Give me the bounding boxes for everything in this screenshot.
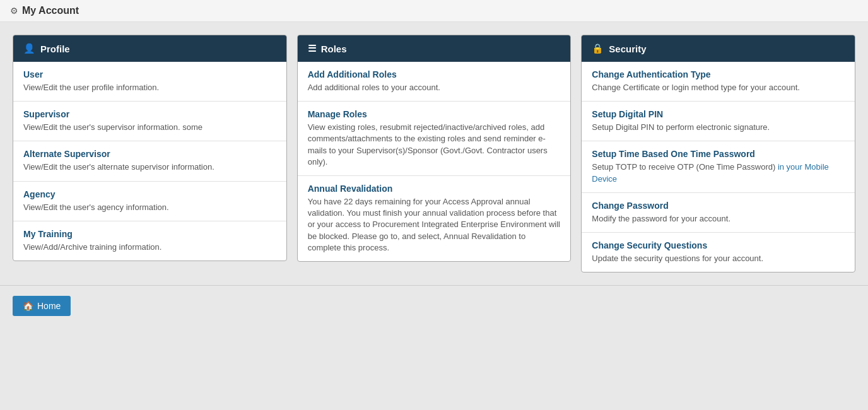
security-totp-item[interactable]: Setup Time Based One Time Password Setup… <box>582 141 855 192</box>
profile-alt-supervisor-desc: View/Edit the user's alternate superviso… <box>23 161 276 173</box>
profile-supervisor-desc: View/Edit the user's supervisor informat… <box>23 122 276 133</box>
profile-header-icon: 👤 <box>23 43 35 54</box>
cards-container: 👤 Profile User View/Edit the user profil… <box>0 22 868 285</box>
security-totp-desc: Setup TOTP to receive OTP (One Time Pass… <box>592 161 845 184</box>
roles-revalidation-title: Annual Revalidation <box>308 184 561 194</box>
profile-user-desc: View/Edit the user profile information. <box>23 82 276 93</box>
security-totp-title: Setup Time Based One Time Password <box>592 149 845 159</box>
profile-agency-item[interactable]: Agency View/Edit the user's agency infor… <box>13 182 286 221</box>
security-security-questions-item[interactable]: Change Security Questions Update the sec… <box>582 233 855 272</box>
security-auth-type-item[interactable]: Change Authentication Type Change Certif… <box>582 62 855 102</box>
roles-add-desc: Add additional roles to your account. <box>308 82 561 93</box>
home-button[interactable]: 🏠 Home <box>13 296 71 316</box>
roles-revalidation-item[interactable]: Annual Revalidation You have 22 days rem… <box>298 176 571 261</box>
profile-training-desc: View/Add/Archive training information. <box>23 242 276 253</box>
profile-user-item[interactable]: User View/Edit the user profile informat… <box>13 62 286 102</box>
security-auth-type-desc: Change Certificate or login method type … <box>592 82 845 93</box>
profile-header-label: Profile <box>40 44 70 54</box>
security-change-password-item[interactable]: Change Password Modify the password for … <box>582 193 855 233</box>
profile-training-title: My Training <box>23 229 276 239</box>
roles-manage-title: Manage Roles <box>308 109 561 119</box>
profile-agency-title: Agency <box>23 189 276 199</box>
roles-add-item[interactable]: Add Additional Roles Add additional role… <box>298 62 571 102</box>
profile-training-item[interactable]: My Training View/Add/Archive training in… <box>13 221 286 261</box>
page-header: ⚙ My Account <box>0 0 868 22</box>
profile-card-body: User View/Edit the user profile informat… <box>13 62 286 261</box>
roles-card-header: ☰ Roles <box>298 35 571 62</box>
roles-header-label: Roles <box>321 44 347 54</box>
security-digital-pin-title: Setup Digital PIN <box>592 109 845 119</box>
home-button-label: Home <box>37 301 61 311</box>
gear-icon: ⚙ <box>10 6 18 16</box>
security-card-body: Change Authentication Type Change Certif… <box>582 62 855 272</box>
security-header-label: Security <box>609 44 646 54</box>
roles-manage-desc: View existing roles, resubmit rejected/i… <box>308 122 561 168</box>
profile-alt-supervisor-title: Alternate Supervisor <box>23 149 276 159</box>
security-change-password-title: Change Password <box>592 201 845 211</box>
security-header-icon: 🔒 <box>592 43 604 54</box>
security-auth-type-title: Change Authentication Type <box>592 69 845 79</box>
security-security-questions-desc: Update the security questions for your a… <box>592 253 845 264</box>
profile-card: 👤 Profile User View/Edit the user profil… <box>13 35 287 261</box>
home-icon: 🏠 <box>23 301 33 311</box>
security-digital-pin-desc: Setup Digital PIN to perform electronic … <box>592 122 845 133</box>
footer: 🏠 Home <box>0 285 868 326</box>
roles-manage-item[interactable]: Manage Roles View existing roles, resubm… <box>298 102 571 176</box>
roles-add-title: Add Additional Roles <box>308 69 561 79</box>
roles-card: ☰ Roles Add Additional Roles Add additio… <box>297 35 572 262</box>
security-card-header: 🔒 Security <box>582 35 855 62</box>
page-title: My Account <box>22 5 79 16</box>
profile-user-title: User <box>23 69 276 79</box>
profile-agency-desc: View/Edit the user's agency information. <box>23 202 276 213</box>
main-content: 👤 Profile User View/Edit the user profil… <box>0 22 868 394</box>
profile-supervisor-item[interactable]: Supervisor View/Edit the user's supervis… <box>13 102 286 141</box>
roles-card-body: Add Additional Roles Add additional role… <box>298 62 571 261</box>
security-card: 🔒 Security Change Authentication Type Ch… <box>581 35 855 272</box>
profile-supervisor-title: Supervisor <box>23 109 276 119</box>
profile-alt-supervisor-item[interactable]: Alternate Supervisor View/Edit the user'… <box>13 141 286 181</box>
profile-card-header: 👤 Profile <box>13 35 286 62</box>
security-digital-pin-item[interactable]: Setup Digital PIN Setup Digital PIN to p… <box>582 102 855 141</box>
security-change-password-desc: Modify the password for your account. <box>592 213 845 225</box>
roles-header-icon: ☰ <box>308 43 316 54</box>
roles-revalidation-desc: You have 22 days remaining for your Acce… <box>308 196 561 254</box>
security-security-questions-title: Change Security Questions <box>592 240 845 250</box>
